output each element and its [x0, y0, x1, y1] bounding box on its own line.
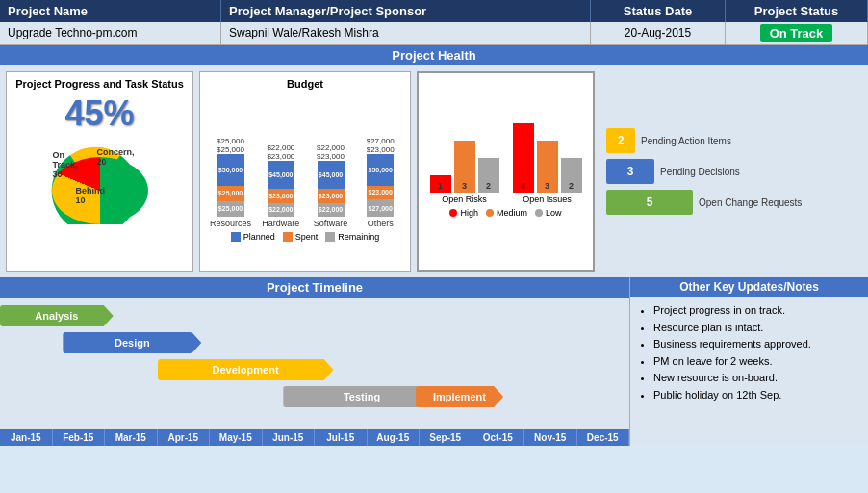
open-risks-group: 132Open Risks — [430, 141, 499, 204]
summary-badge: 2 — [606, 128, 635, 153]
timeline-panel: Project Timeline AnalysisDesignDevelopme… — [0, 277, 629, 446]
note-item: Business requirements approved. — [653, 336, 858, 353]
risk-bars: 132Open Risks432Open Issues — [424, 79, 587, 204]
month-cell: Jul-15 — [315, 429, 368, 446]
note-item: Public holiday on 12th Sep. — [653, 387, 858, 404]
project-health-title: Project Health — [0, 45, 868, 65]
month-cell: May-15 — [210, 429, 263, 446]
budget-title: Budget — [206, 78, 404, 90]
budget-bar-group: $25,000$25,000$25,000$25,000$50,000Resou… — [210, 137, 251, 228]
notes-panel: Other Key Updates/Notes Project progress… — [629, 277, 868, 446]
progress-panel: Project Progress and Task Status 45% OnT… — [6, 71, 193, 272]
project-name-header: Project Name — [0, 0, 221, 22]
risk-bar: 1 — [430, 175, 451, 193]
month-cell: Feb-15 — [53, 429, 106, 446]
budget-bars: $25,000$25,000$25,000$25,000$50,000Resou… — [206, 93, 404, 228]
summary-label: Pending Action Items — [641, 136, 731, 146]
budget-legend-item: Spent — [283, 232, 319, 242]
notes-content: Project progress in on track.Resource pl… — [630, 297, 868, 410]
summary-row: 5Open Change Requests — [606, 190, 856, 215]
summary-row: 2Pending Action Items — [606, 128, 856, 153]
pie-chart-div: OnTrack,30 Concern,20 Behind10 — [47, 143, 153, 220]
month-cell: Apr-15 — [158, 429, 211, 446]
timeline-bar: Development — [158, 359, 334, 380]
budget-legend-item: Planned — [231, 232, 275, 242]
month-cell: Nov-15 — [524, 429, 577, 446]
note-item: New resource is on-board. — [653, 370, 858, 387]
project-status-value: On Track — [726, 22, 868, 44]
note-item: PM on leave for 2 weeks. — [653, 353, 858, 371]
bottom-section: Project Timeline AnalysisDesignDevelopme… — [0, 277, 868, 446]
month-cell: Sep-15 — [420, 429, 472, 446]
timeline-bar: Implement — [416, 386, 504, 407]
budget-panel: Budget $25,000$25,000$25,000$25,000$50,0… — [199, 71, 411, 272]
risk-bar: 2 — [478, 158, 499, 193]
issue-bar: 4 — [513, 123, 534, 193]
project-manager-value: Swapnil Wale/Rakesh Mishra — [221, 22, 591, 44]
notes-title: Other Key Updates/Notes — [630, 277, 868, 297]
issue-bar: 2 — [561, 158, 582, 193]
summary-badge: 5 — [606, 190, 693, 215]
budget-legend: PlannedSpentRemaining — [206, 232, 404, 242]
timeline-bar: Design — [63, 332, 201, 353]
risk-legend: HighMediumLow — [424, 208, 587, 218]
summary-panel: 2Pending Action Items3Pending Decisions5… — [600, 71, 862, 272]
summary-label: Open Change Requests — [699, 197, 802, 208]
timeline-title: Project Timeline — [0, 277, 629, 298]
risk-legend-item: Low — [535, 208, 562, 218]
timeline-months: Jan-15Feb-15Mar-15Apr-15May-15Jun-15Jul-… — [0, 429, 629, 446]
header-row: Project Name Project Manager/Project Spo… — [0, 0, 868, 22]
month-cell: Jan-15 — [0, 429, 53, 446]
note-item: Project progress in on track. — [653, 302, 858, 320]
month-cell: Dec-15 — [577, 429, 630, 446]
summary-row: 3Pending Decisions — [606, 159, 856, 184]
summary-label: Pending Decisions — [660, 167, 740, 177]
month-cell: Mar-15 — [105, 429, 158, 446]
budget-bar-group: $27,000$23,000$27,000$23,000$50,000Other… — [360, 137, 400, 228]
summary-badge: 3 — [606, 159, 654, 184]
month-cell: Aug-15 — [368, 429, 421, 446]
timeline-content: AnalysisDesignDevelopmentTestingImplemen… — [0, 298, 629, 429]
month-cell: Oct-15 — [472, 429, 525, 446]
risk-legend-item: High — [449, 208, 478, 218]
budget-bar-group: $22,000$23,000$22,000$23,000$45,000Softw… — [311, 143, 351, 228]
timeline-bar: Analysis — [0, 305, 114, 326]
month-cell: Jun-15 — [263, 429, 316, 446]
risk-legend-item: Medium — [486, 208, 527, 218]
budget-legend-item: Remaining — [325, 232, 379, 242]
data-row: Upgrade Techno-pm.com Swapnil Wale/Rakes… — [0, 22, 868, 45]
progress-title: Project Progress and Task Status — [15, 78, 184, 90]
note-item: Resource plan is intact. — [653, 320, 858, 337]
budget-bar-group: $22,000$23,000$22,000$23,000$45,000Hardw… — [261, 143, 301, 228]
open-issues-group: 432Open Issues — [513, 123, 582, 204]
project-name-value: Upgrade Techno-pm.com — [0, 22, 221, 44]
project-manager-header: Project Manager/Project Sponsor — [221, 0, 591, 22]
status-date-value: 20-Aug-2015 — [591, 22, 726, 44]
risk-panel: 132Open Risks432Open Issues HighMediumLo… — [417, 71, 595, 272]
percent-display: 45% — [64, 93, 134, 134]
project-status-header: Project Status — [726, 0, 868, 22]
project-health-section: Project Progress and Task Status 45% OnT… — [0, 65, 868, 277]
issue-bar: 3 — [537, 141, 558, 193]
status-date-header: Status Date — [591, 0, 726, 22]
risk-bar: 3 — [454, 141, 475, 193]
